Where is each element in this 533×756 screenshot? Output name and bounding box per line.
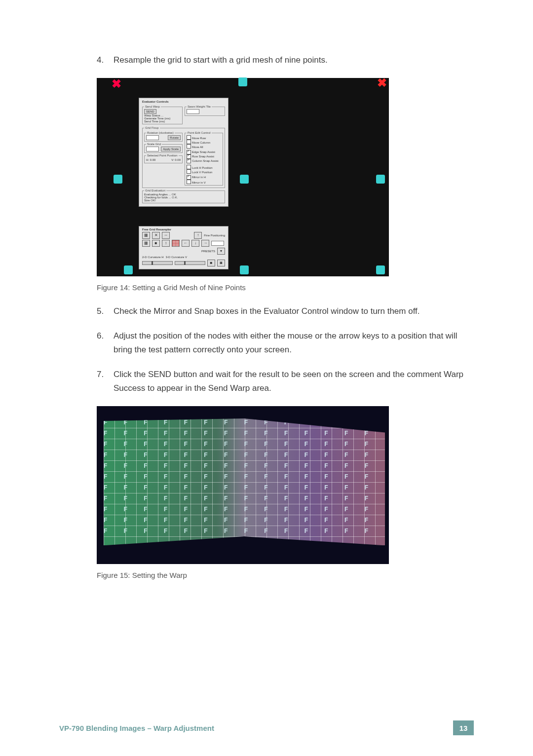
step-number: 5. [97, 304, 114, 318]
seam-weight-legend: Seam Weight Tile [187, 105, 212, 108]
grid-fixup-group: Grid Fixup Rotation (clockwise) Rotate S… [142, 126, 225, 188]
grid-eval-line: Size OK! [144, 199, 223, 202]
arrow-down-button[interactable]: ↓ [191, 240, 199, 247]
selected-point-group: Selected Point Position H: 0.00 V: 0.00 [144, 154, 183, 163]
send-time-label: Send Time (ms) [144, 120, 181, 123]
step-text: Check the Mirror and Snap boxes in the E… [114, 304, 420, 318]
grid-node [124, 265, 133, 274]
rotation-legend: Rotation (clockwise) [146, 131, 175, 134]
layout-button-h[interactable]: ↔ [162, 232, 170, 239]
move-all-label: Move All [192, 146, 203, 149]
mirror-h-label: Mirror in H [192, 176, 206, 179]
grid-icon [172, 240, 180, 247]
move-all-checkbox[interactable] [187, 144, 191, 149]
step-number: 4. [97, 53, 114, 67]
col-snap-label: Column Snap Assist [192, 159, 219, 162]
layout-button-x[interactable]: ✕ [152, 232, 160, 239]
camera-button[interactable]: ◙ [217, 260, 225, 266]
figure-15-image: F F F F F F F F F F F F F F F F F F F F … [97, 406, 389, 564]
arrow-left-button[interactable]: ← [182, 240, 190, 247]
selected-point-legend: Selected Point Position [146, 154, 179, 157]
seam-weight-group: Seam Weight Tile [185, 105, 225, 116]
curvature-h-label: 2-D Curvature H [142, 256, 164, 259]
layout-button-grid[interactable]: ▦ [142, 240, 150, 247]
curvature-v-slider[interactable] [175, 261, 205, 265]
lock-v-label: Lock V Position [192, 171, 212, 174]
page-number-badge: 13 [453, 720, 474, 735]
scale-group: Scale Grid Apply Scale [144, 143, 183, 153]
rotation-group: Rotation (clockwise) Rotate [144, 131, 183, 142]
step-text: Click the SEND button and wait for the r… [114, 368, 474, 395]
grid-fixup-legend: Grid Fixup [144, 126, 160, 129]
send-warp-legend: Send Warp [144, 105, 161, 108]
step-text: Adjust the position of the nodes with ei… [114, 329, 474, 357]
layout-button-1[interactable]: ▦ [142, 232, 150, 239]
evaluator-controls-dialog: Evaluator Controls Send Warp SEND Warp S… [139, 98, 228, 207]
send-warp-group: Send Warp SEND Warp Status ... Generate … [142, 105, 183, 124]
step-number: 7. [97, 368, 114, 395]
lock-h-checkbox[interactable] [187, 165, 191, 169]
move-col-checkbox[interactable] [187, 140, 191, 144]
grid-node [114, 175, 122, 184]
selected-point-h: H: 0.00 [146, 158, 155, 162]
arrow-right-button[interactable]: → [201, 240, 209, 247]
grid-node [240, 175, 249, 184]
rotate-button[interactable]: Rotate [168, 135, 181, 140]
page-footer: VP-790 Blending Images – Warp Adjustment… [59, 720, 474, 735]
resampler-title: Free Grid Resampler [142, 228, 225, 231]
figure-15-caption: Figure 15: Setting the Warp [97, 571, 474, 579]
resampler-dialog: Free Grid Resampler ▦ ✕ ↔ ↑ Fine Positio… [139, 226, 228, 269]
curvature-h-slider[interactable] [142, 261, 173, 265]
move-row-checkbox[interactable] [187, 135, 191, 140]
scale-input[interactable] [146, 147, 159, 151]
presets-toggle[interactable]: ▾ [217, 248, 225, 255]
figure-14-caption: Figure 14: Setting a Grid Mesh of Nine P… [97, 283, 474, 292]
projection-f-pattern: F F F F F F F F F F F F F F F F F F F F … [104, 417, 385, 545]
layout-button-v[interactable]: ↕ [162, 240, 170, 247]
seam-weight-input[interactable] [187, 109, 199, 114]
grid-node [240, 265, 249, 274]
rotation-input[interactable] [146, 135, 159, 140]
send-button[interactable]: SEND [144, 109, 156, 114]
fine-pos-label: Fine Positioning [204, 234, 225, 237]
layout-button-fill[interactable]: ■ [152, 240, 160, 247]
row-snap-label: Row Snap Assist [192, 155, 214, 158]
node-top-right-x-icon: ✖ [377, 76, 386, 85]
grid-evaluation-group: Grid Evaluation Evaluating Angles ... OK… [142, 189, 225, 203]
node-top-left-x-icon: ✖ [112, 77, 120, 86]
mirror-h-checkbox[interactable] [187, 175, 191, 180]
step-number: 6. [97, 329, 114, 357]
footer-title: VP-790 Blending Images – Warp Adjustment [59, 724, 214, 732]
grid-node [376, 175, 385, 184]
mirror-v-label: Mirror in V [192, 181, 206, 184]
stop-button[interactable]: ■ [207, 260, 215, 266]
curvature-v-label: 3-D Curvature V [166, 256, 187, 259]
arrow-up-button[interactable]: ↑ [194, 232, 202, 239]
grid-node [238, 77, 247, 86]
selected-point-v: V: 0.00 [171, 158, 181, 162]
point-edit-legend: Point Edit Control [187, 131, 212, 134]
col-snap-checkbox[interactable] [187, 159, 191, 163]
grid-evaluation-legend: Grid Evaluation [144, 189, 166, 192]
fine-pos-input[interactable] [211, 241, 224, 246]
mirror-v-checkbox[interactable] [187, 180, 191, 184]
figure-14-image: ✖ ✖ Evaluator Controls Send Warp SEND Wa… [97, 78, 389, 276]
point-edit-group: Point Edit Control Move Row Move Column … [185, 131, 223, 186]
lock-v-checkbox[interactable] [187, 169, 191, 174]
grid-node [376, 265, 385, 274]
dialog-title: Evaluator Controls [142, 100, 225, 103]
apply-scale-button[interactable]: Apply Scale [161, 147, 181, 151]
edge-snap-label: Edge Snap Assist [192, 151, 215, 153]
scale-legend: Scale Grid [146, 143, 162, 146]
presets-label: PRESETS [201, 250, 215, 253]
step-text: Resample the grid to start with a grid m… [114, 53, 328, 67]
